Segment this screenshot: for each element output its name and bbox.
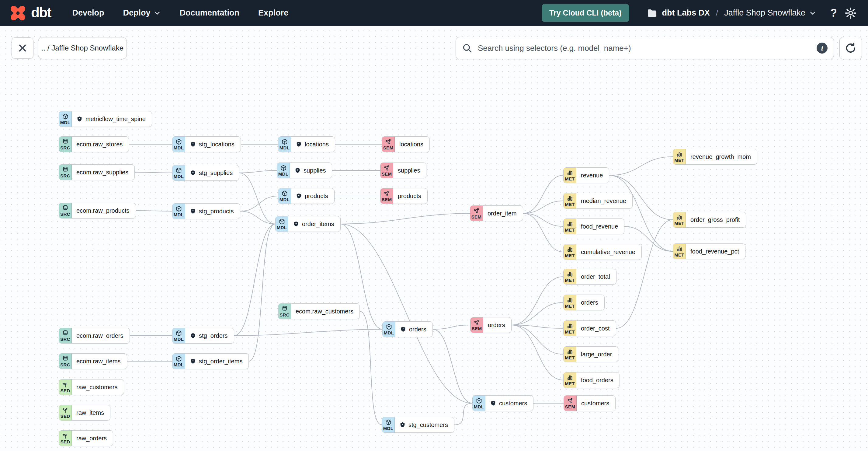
node-customers-sem[interactable]: SEMcustomers [564, 395, 616, 411]
node-label-text: ecom.raw_items [76, 358, 121, 365]
node-ecom-raw-stores[interactable]: SRCecom.raw_stores [59, 136, 129, 152]
node-order-item-sem[interactable]: SEMorder_item [470, 205, 523, 221]
node-order-cost[interactable]: METorder_cost [563, 321, 616, 336]
node-customers[interactable]: MDLcustomers [472, 395, 533, 411]
edge-order-item-sem-to-cumulative-revenue [523, 213, 563, 252]
main-nav: DevelopDeployDocumentationExplore [72, 8, 289, 18]
node-label-text: supplies [304, 167, 326, 174]
node-ecom-raw-products[interactable]: SRCecom.raw_products [59, 203, 136, 218]
edge-orders-to-orders-sem [433, 325, 470, 329]
node-revenue[interactable]: METrevenue [563, 168, 609, 183]
shield-icon [296, 141, 302, 148]
node-stg-locations[interactable]: MDLstg_locations [172, 136, 241, 152]
node-stg-order-items[interactable]: MDLstg_order_items [172, 353, 249, 369]
info-icon[interactable]: i [816, 42, 828, 54]
node-orders-sem[interactable]: SEMorders [470, 317, 512, 333]
nav-item-develop[interactable]: Develop [72, 8, 104, 18]
refresh-button[interactable] [839, 37, 862, 59]
nav-item-deploy[interactable]: Deploy [123, 8, 161, 18]
node-type-badge: SRC [278, 304, 291, 319]
lineage-canvas[interactable]: MDLmetricflow_time_spineSRCecom.raw_stor… [0, 26, 868, 451]
node-raw-orders[interactable]: SEDraw_orders [59, 430, 113, 446]
node-orders[interactable]: MDLorders [382, 321, 433, 337]
settings-gear-icon[interactable] [844, 7, 857, 20]
node-stg-supplies[interactable]: MDLstg_supplies [172, 165, 239, 181]
node-order-items[interactable]: MDLorder_items [275, 216, 341, 232]
node-orders-met[interactable]: METorders [563, 295, 604, 310]
node-revenue-growth-mom[interactable]: METrevenue_growth_mom [673, 149, 757, 164]
project-selector[interactable]: Jaffle Shop Snowflake [724, 8, 816, 18]
metric-icon [567, 297, 573, 303]
node-stg-products[interactable]: MDLstg_products [172, 203, 240, 219]
node-label: ecom.raw_items [72, 354, 127, 369]
node-median-revenue[interactable]: METmedian_revenue [563, 193, 632, 209]
node-type-badge: MET [564, 347, 576, 362]
node-order-gross-profit[interactable]: METorder_gross_profit [673, 212, 746, 228]
nav-item-documentation[interactable]: Documentation [180, 8, 240, 18]
topbar-right: Try Cloud CLI (beta) dbt Labs DX / Jaffl… [542, 4, 857, 22]
node-label-text: customers [499, 400, 527, 407]
node-label: raw_items [72, 405, 110, 420]
node-raw-items[interactable]: SEDraw_items [59, 405, 111, 421]
seed-icon [62, 432, 69, 439]
search-bar[interactable]: i [456, 37, 834, 59]
node-products[interactable]: MDLproducts [278, 188, 335, 204]
node-label: ecom.raw_stores [72, 137, 129, 152]
edge-ecom-raw-customers-to-stg-customers [360, 311, 382, 425]
node-cumulative-revenue[interactable]: METcumulative_revenue [563, 244, 642, 260]
node-ecom-raw-supplies[interactable]: SRCecom.raw_supplies [59, 164, 135, 180]
node-stg-orders[interactable]: MDLstg_orders [172, 328, 234, 343]
node-ecom-raw-customers[interactable]: SRCecom.raw_customers [278, 303, 360, 319]
node-ecom-raw-orders[interactable]: SRCecom.raw_orders [59, 328, 130, 343]
semantic-icon [383, 164, 390, 171]
node-large-order[interactable]: METlarge_order [563, 346, 618, 362]
node-label: food_revenue [576, 219, 624, 234]
node-order-total[interactable]: METorder_total [563, 269, 617, 284]
node-type-label: MDL [279, 197, 289, 202]
metric-icon [567, 374, 573, 381]
node-locations-sem[interactable]: SEMlocations [382, 136, 430, 152]
node-food-revenue[interactable]: METfood_revenue [563, 218, 624, 234]
node-type-badge: SRC [59, 203, 72, 218]
try-cloud-cli-button[interactable]: Try Cloud CLI (beta) [542, 4, 629, 22]
node-metricflow-time-spine[interactable]: MDLmetricflow_time_spine [59, 111, 152, 127]
node-type-badge: MET [564, 321, 576, 336]
node-type-badge: MET [564, 168, 576, 183]
node-label: ecom.raw_supplies [72, 164, 134, 180]
node-label-text: food_revenue_pct [690, 248, 739, 255]
node-type-badge: SEM [470, 206, 483, 221]
node-raw-customers[interactable]: SEDraw_customers [59, 379, 124, 395]
node-food-orders[interactable]: METfood_orders [563, 372, 620, 388]
node-type-label: SED [61, 414, 70, 418]
help-icon[interactable]: ? [830, 8, 837, 19]
node-locations[interactable]: MDLlocations [278, 136, 335, 152]
node-type-label: MDL [383, 426, 393, 431]
close-icon [17, 43, 28, 53]
search-input[interactable] [477, 43, 812, 53]
close-lineage-button[interactable] [11, 37, 33, 59]
cube-icon [385, 324, 392, 330]
node-type-label: MDL [60, 120, 70, 125]
node-type-label: SED [61, 388, 70, 393]
node-type-label: MDL [174, 362, 184, 367]
node-type-label: SEM [382, 172, 392, 176]
node-type-label: MET [565, 228, 575, 232]
node-label: stg_customers [395, 417, 454, 432]
node-ecom-raw-items[interactable]: SRCecom.raw_items [59, 353, 127, 369]
nav-item-explore[interactable]: Explore [258, 8, 288, 18]
node-supplies[interactable]: MDLsupplies [277, 162, 332, 178]
node-type-label: SEM [472, 326, 482, 331]
node-type-label: MET [565, 381, 575, 386]
node-label: large_order [576, 347, 618, 362]
node-label: customers [577, 396, 615, 411]
node-label-text: median_revenue [581, 198, 626, 205]
node-supplies-sem[interactable]: SEMsupplies [380, 162, 426, 178]
node-label-text: raw_items [76, 409, 104, 416]
node-type-badge: MDL [173, 137, 185, 152]
lineage-breadcrumb[interactable]: .. / Jaffle Shop Snowflake [38, 37, 127, 59]
node-stg-customers[interactable]: MDLstg_customers [382, 417, 454, 433]
node-food-revenue-pct[interactable]: METfood_revenue_pct [673, 243, 745, 259]
node-type-badge: MET [564, 372, 576, 388]
node-products-sem[interactable]: SEMproducts [380, 188, 428, 204]
node-label: stg_order_items [185, 354, 248, 369]
